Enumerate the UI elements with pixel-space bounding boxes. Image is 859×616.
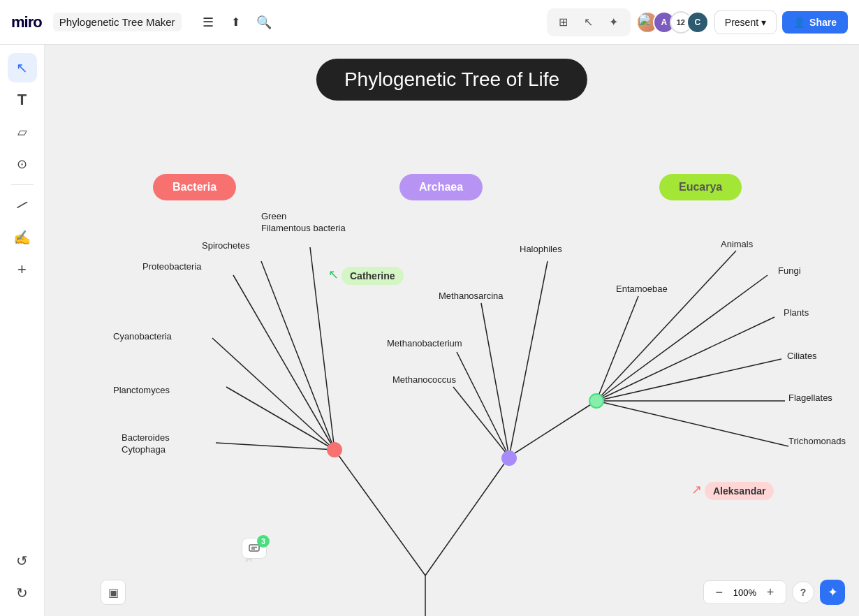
- planctomyces-label: Planctomyces: [113, 385, 170, 395]
- bottom-bar: − 100% + ? ✦: [703, 580, 845, 605]
- magic-button[interactable]: ✦: [820, 580, 845, 605]
- catherine-cursor: ↖ Catherine: [328, 267, 404, 285]
- tree-title: Phylogenetic Tree of Life: [316, 59, 587, 101]
- comment-badge[interactable]: 3: [242, 538, 267, 559]
- redo-button[interactable]: ↻: [8, 578, 37, 608]
- minus-icon: −: [715, 585, 723, 600]
- pointer-icon: ↖: [584, 15, 593, 29]
- comment-count: 3: [257, 535, 270, 548]
- main-area: ↖ T ▱ ⊙ / ✍ + ↺ ↻: [0, 45, 859, 616]
- svg-line-4: [226, 387, 335, 450]
- miro-logo: miro: [11, 13, 42, 31]
- eucarya-node-dot: [589, 393, 604, 409]
- copy-tool-button[interactable]: ⊙: [8, 149, 37, 179]
- tree-svg: [45, 45, 859, 616]
- undo-button[interactable]: ↺: [8, 546, 37, 575]
- search-button[interactable]: 🔍: [251, 10, 277, 35]
- catherine-name-badge: Catherine: [342, 267, 404, 285]
- halophiles-label: Halophiles: [520, 244, 562, 254]
- flagellates-label: Flagellates: [788, 393, 832, 403]
- magic-icon: ✦: [828, 585, 838, 600]
- topbar-icons: ☰ ⬆ 🔍: [196, 10, 277, 35]
- animals-label: Animals: [721, 239, 753, 249]
- pen-tool-button[interactable]: ✍: [8, 223, 37, 252]
- svg-line-11: [457, 352, 509, 457]
- redo-icon: ↻: [16, 585, 28, 601]
- left-toolbar: ↖ T ▱ ⊙ / ✍ + ↺ ↻: [0, 45, 45, 616]
- svg-line-13: [509, 401, 596, 457]
- text-tool-button[interactable]: T: [8, 85, 37, 115]
- archaea-label[interactable]: Archaea: [399, 174, 483, 200]
- help-button[interactable]: ?: [792, 581, 814, 603]
- bacteria-node-dot: [327, 442, 342, 457]
- menu-button[interactable]: ☰: [196, 10, 221, 35]
- zoom-out-button[interactable]: −: [711, 584, 728, 601]
- bacteroides-label: BacteroidesCytophaga: [122, 432, 170, 456]
- search-icon: 🔍: [256, 15, 272, 30]
- plus-icon: +: [767, 585, 774, 600]
- green-filamentous-label: GreenFilamentous bacteria: [261, 211, 346, 235]
- copy-icon: ⊙: [17, 156, 27, 172]
- line-tool-button[interactable]: /: [8, 191, 37, 220]
- share-button[interactable]: 👤 Share: [782, 11, 848, 34]
- archaea-eucarya-node-dot: [501, 450, 517, 466]
- wand-button[interactable]: ✦: [603, 11, 625, 34]
- methanobacterium-label: Methanobacterium: [387, 338, 462, 349]
- toolbar-divider: [11, 184, 34, 185]
- avatars: A 12 C: [636, 11, 709, 34]
- svg-line-12: [453, 387, 509, 457]
- add-icon: +: [17, 261, 27, 279]
- cursor-icon: ↖: [16, 59, 28, 76]
- line-icon: /: [14, 198, 30, 214]
- bacteria-label[interactable]: Bacteria: [153, 174, 236, 200]
- entamoebae-label: Entamoebae: [616, 284, 668, 294]
- eucarya-label[interactable]: Eucarya: [659, 174, 742, 200]
- menu-icon: ☰: [203, 15, 214, 30]
- plants-label: Plants: [784, 307, 809, 318]
- present-button[interactable]: Present ▾: [714, 10, 777, 34]
- proteobacteria-label: Proteobacteria: [142, 261, 202, 272]
- svg-line-16: [596, 317, 774, 401]
- methanococcus-label: Methanococcus: [392, 374, 456, 385]
- spirochetes-label: Spirochetes: [202, 240, 250, 251]
- topbar-right: ⊞ ↖ ✦ A 12 C Present ▾: [547, 8, 848, 36]
- svg-line-2: [425, 457, 509, 575]
- zoom-level: 100%: [733, 587, 756, 598]
- ciliates-label: Ciliates: [787, 351, 817, 361]
- grid-icon: ⊞: [559, 15, 568, 29]
- canvas[interactable]: Phylogenetic Tree of Life Bacteria Archa…: [45, 45, 859, 616]
- aleksandar-name-badge: Aleksandar: [705, 482, 774, 500]
- upload-button[interactable]: ⬆: [223, 10, 249, 35]
- methanosarcina-label: Methanosarcina: [439, 291, 504, 301]
- select-tool-button[interactable]: ↖: [8, 53, 37, 82]
- svg-line-3: [216, 443, 335, 450]
- svg-rect-21: [249, 545, 259, 551]
- document-title[interactable]: Phylogenetic Tree Maker: [53, 13, 182, 31]
- svg-line-9: [509, 261, 548, 457]
- text-icon: T: [17, 91, 27, 109]
- wand-icon: ✦: [609, 15, 618, 29]
- panel-button[interactable]: ▣: [101, 580, 126, 605]
- svg-line-1: [335, 450, 425, 575]
- avatar-3: C: [687, 11, 709, 34]
- undo-icon: ↺: [16, 552, 28, 569]
- catherine-cursor-arrow: ↖: [328, 267, 339, 282]
- note-icon: ▱: [17, 124, 27, 140]
- aleksandar-cursor: ↗ Aleksandar: [691, 482, 774, 500]
- cyanobacteria-label: Cyanobacteria: [113, 331, 172, 342]
- add-tool-button[interactable]: +: [8, 255, 37, 284]
- svg-line-5: [212, 338, 335, 450]
- zoom-controls: − 100% +: [703, 580, 786, 604]
- question-icon: ?: [800, 587, 807, 598]
- chevron-down-icon: ▾: [761, 17, 766, 28]
- share-person-icon: 👤: [793, 17, 805, 28]
- zoom-in-button[interactable]: +: [762, 584, 779, 601]
- trichomonads-label: Trichomonads: [788, 436, 846, 446]
- pointer-button[interactable]: ↖: [578, 11, 600, 34]
- grid-view-button[interactable]: ⊞: [552, 11, 575, 34]
- note-tool-button[interactable]: ▱: [8, 117, 37, 147]
- pen-icon: ✍: [13, 229, 31, 246]
- panel-icon: ▣: [108, 586, 119, 599]
- svg-line-19: [596, 401, 788, 446]
- svg-line-14: [596, 251, 736, 401]
